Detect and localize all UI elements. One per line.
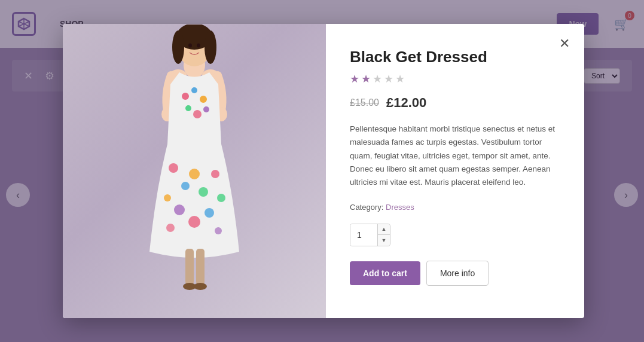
svg-point-30 — [188, 216, 200, 228]
svg-point-8 — [205, 30, 216, 64]
svg-point-20 — [185, 105, 191, 111]
dress-svg — [126, 25, 263, 317]
product-image-panel — [63, 24, 326, 318]
original-price: £15.00 — [350, 97, 379, 108]
svg-point-21 — [193, 110, 202, 118]
category-row: Category: Dresses — [350, 203, 560, 212]
svg-point-7 — [172, 30, 184, 64]
sale-price: £12.00 — [386, 95, 426, 111]
more-info-button[interactable]: More info — [426, 261, 489, 286]
svg-point-29 — [205, 208, 214, 218]
quantity-arrows: ▲ ▼ — [377, 224, 390, 246]
star-3: ★ — [373, 72, 382, 86]
quantity-control[interactable]: ▲ ▼ — [350, 224, 390, 246]
svg-point-17 — [182, 93, 189, 100]
product-info-panel: Black Get Dressed ★ ★ ★ ★ ★ £15.00 £12.0… — [326, 24, 584, 318]
actions-row: Add to cart More info — [350, 261, 560, 286]
svg-point-10 — [197, 44, 200, 48]
svg-point-23 — [169, 163, 178, 173]
svg-point-34 — [215, 227, 222, 234]
product-image — [63, 24, 326, 318]
svg-point-33 — [166, 224, 175, 232]
svg-point-9 — [188, 44, 192, 48]
star-1: ★ — [350, 72, 359, 86]
product-modal: ✕ — [63, 24, 584, 318]
product-title: Black Get Dressed — [350, 48, 560, 66]
svg-rect-36 — [196, 249, 205, 285]
svg-point-27 — [211, 170, 219, 178]
quantity-down[interactable]: ▼ — [378, 235, 390, 246]
product-description: Pellentesque habitant morbi tristique se… — [350, 123, 560, 189]
svg-point-22 — [203, 106, 209, 112]
star-rating: ★ ★ ★ ★ ★ — [350, 72, 560, 86]
svg-point-24 — [181, 182, 190, 190]
svg-point-19 — [200, 96, 207, 103]
star-5: ★ — [395, 72, 405, 86]
modal-close-button[interactable]: ✕ — [554, 33, 575, 54]
svg-point-25 — [189, 169, 200, 179]
svg-point-38 — [194, 283, 207, 290]
svg-point-18 — [191, 87, 197, 93]
quantity-up[interactable]: ▲ — [378, 224, 390, 235]
star-2: ★ — [361, 72, 371, 86]
category-link[interactable]: Dresses — [386, 203, 414, 212]
category-label: Category: — [350, 203, 383, 212]
svg-rect-35 — [185, 249, 194, 285]
add-to-cart-button[interactable]: Add to cart — [350, 261, 420, 285]
svg-point-28 — [174, 204, 185, 215]
star-4: ★ — [384, 72, 393, 86]
svg-point-31 — [164, 194, 171, 201]
price-row: £15.00 £12.00 — [350, 95, 560, 111]
quantity-input[interactable] — [350, 224, 377, 246]
quantity-row: ▲ ▼ — [350, 224, 560, 246]
svg-point-26 — [199, 187, 208, 197]
svg-point-32 — [217, 194, 225, 202]
